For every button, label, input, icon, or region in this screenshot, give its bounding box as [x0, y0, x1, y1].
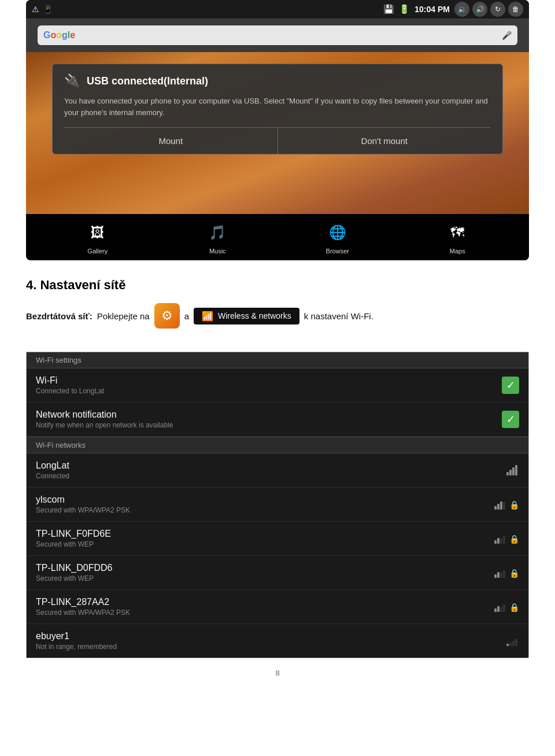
volume-icon[interactable]: 🔊 — [472, 2, 487, 17]
longlat-name: LongLat — [36, 460, 506, 471]
svg-rect-14 — [500, 573, 502, 578]
music-label: Music — [209, 248, 226, 255]
svg-rect-12 — [494, 574, 497, 578]
svg-rect-5 — [497, 504, 500, 510]
ebuyer1-sub: Not in range, remembered — [36, 643, 506, 651]
svg-rect-8 — [494, 540, 497, 544]
phone-screenshot: ⚠ 📱 💾 🔋 10:04 PM 🔉 🔊 ↻ 🗑 Google 🎤 — [26, 0, 529, 260]
longlat-sub: Connected — [36, 472, 506, 480]
svg-rect-6 — [500, 501, 502, 510]
svg-rect-17 — [497, 606, 500, 612]
svg-rect-19 — [503, 604, 505, 612]
usb-dialog-title: USB connected(Internal) — [87, 75, 208, 87]
instruction-line: Bezdrtátová síť: Poklepejte na ⚙ a 📶 Wir… — [26, 303, 529, 329]
tplink3-signal: 🔒 — [494, 602, 519, 612]
tplink2-text: TP-LINK_D0FDD6 Secured with WEP — [36, 563, 494, 582]
storage-icon: 💾 — [383, 4, 394, 14]
network-tplink1[interactable]: TP-LINK_F0FD6E Secured with WEP 🔒 — [27, 522, 528, 556]
usb-dialog-body: You have connected your phone to your co… — [64, 95, 491, 118]
tplink3-text: TP-LINK_287AA2 Secured with WPA/WPA2 PSK — [36, 597, 494, 617]
svg-rect-4 — [494, 506, 497, 510]
content-section: 4. Nastavení sítě Bezdrtátová síť: Pokle… — [0, 260, 555, 352]
tplink3-lock-icon: 🔒 — [509, 603, 519, 612]
longlat-text: LongLat Connected — [36, 460, 506, 480]
instruction-label: Bezdrtátová síť: — [26, 311, 92, 321]
usb-icon: 🔌 — [64, 73, 80, 88]
ylscom-signal: 🔒 — [494, 499, 519, 510]
dock-music[interactable]: 🎵 Music — [205, 220, 230, 255]
google-logo: Google — [43, 30, 75, 40]
tplink1-sub: Secured with WEP — [36, 540, 494, 548]
network-notification-icon: ✓ — [502, 411, 519, 428]
longlat-signal — [506, 465, 519, 475]
tplink1-text: TP-LINK_F0FD6E Secured with WEP — [36, 529, 494, 548]
network-notification-row[interactable]: Network notification Notify me when an o… — [27, 403, 528, 437]
status-time: 10:04 PM — [415, 5, 450, 14]
svg-rect-23 — [515, 639, 517, 646]
tplink3-sub: Secured with WPA/WPA2 PSK — [36, 609, 494, 617]
svg-rect-22 — [512, 641, 515, 646]
svg-rect-2 — [512, 467, 515, 475]
tplink1-name: TP-LINK_F0FD6E — [36, 529, 494, 539]
wifi-toggle-row[interactable]: Wi-Fi Connected to LongLat ✓ — [27, 368, 528, 403]
network-ebuyer1[interactable]: ebuyer1 Not in range, remembered — [27, 624, 528, 658]
wifi-checkbox[interactable]: ✓ — [502, 377, 519, 394]
svg-rect-10 — [500, 539, 502, 544]
gallery-icon: 🖼 — [85, 220, 110, 245]
svg-rect-1 — [509, 470, 512, 475]
dont-mount-button[interactable]: Don't mount — [278, 128, 491, 154]
network-notification-checkbox[interactable]: ✓ — [502, 411, 519, 428]
wifi-row-text: Wi-Fi Connected to LongLat — [36, 375, 502, 395]
tplink2-name: TP-LINK_D0FDD6 — [36, 563, 494, 573]
status-right: 💾 🔋 10:04 PM 🔉 🔊 ↻ 🗑 — [383, 2, 523, 17]
svg-rect-7 — [503, 502, 505, 510]
usb-dialog-buttons: Mount Don't mount — [64, 127, 491, 154]
ebuyer1-text: ebuyer1 Not in range, remembered — [36, 631, 506, 651]
wifi-panel-header: Wi-Fi settings — [27, 352, 528, 368]
wireless-label: Wireless & networks — [218, 311, 291, 320]
svg-rect-18 — [500, 607, 502, 612]
search-mic-icon[interactable]: 🎤 — [502, 31, 512, 40]
network-ylscom[interactable]: ylscom Secured with WPA/WPA2 PSK 🔒 — [27, 488, 528, 522]
status-left-icons: ⚠ 📱 — [32, 5, 53, 14]
section-heading: 4. Nastavení sítě — [26, 278, 529, 293]
search-bar[interactable]: Google 🎤 — [38, 25, 517, 45]
network-longlat[interactable]: LongLat Connected — [27, 453, 528, 488]
svg-rect-16 — [494, 609, 497, 612]
network-notification-title: Network notification — [36, 410, 502, 420]
tplink2-lock-icon: 🔒 — [509, 569, 519, 578]
phone-icon: 📱 — [43, 5, 53, 14]
ebuyer1-name: ebuyer1 — [36, 631, 506, 641]
wallpaper-area: 🔌 USB connected(Internal) You have conne… — [26, 52, 529, 214]
refresh-icon[interactable]: ↻ — [490, 2, 505, 17]
dock-maps[interactable]: 🗺 Maps — [445, 220, 470, 255]
ylscom-text: ylscom Secured with WPA/WPA2 PSK — [36, 495, 494, 514]
tplink3-name: TP-LINK_287AA2 — [36, 597, 494, 607]
instruction-text2: a — [184, 311, 189, 321]
maps-icon: 🗺 — [445, 220, 470, 245]
instruction-text1: Poklepejte na — [97, 311, 150, 321]
network-tplink2[interactable]: TP-LINK_D0FDD6 Secured with WEP 🔒 — [27, 556, 528, 590]
instruction-text3: k nastavení Wi-Fi. — [304, 311, 373, 321]
network-tplink3[interactable]: TP-LINK_287AA2 Secured with WPA/WPA2 PSK… — [27, 590, 528, 624]
tplink2-signal: 🔒 — [494, 567, 519, 578]
tplink1-lock-icon: 🔒 — [509, 534, 519, 544]
warning-icon: ⚠ — [32, 5, 39, 14]
music-icon[interactable]: 🔉 — [454, 2, 469, 17]
ylscom-name: ylscom — [36, 495, 494, 505]
mount-button[interactable]: Mount — [64, 128, 278, 154]
status-action-icons: 🔉 🔊 ↻ 🗑 — [454, 2, 523, 17]
svg-rect-13 — [497, 572, 500, 578]
browser-label: Browser — [326, 248, 349, 255]
trash-icon[interactable]: 🗑 — [508, 2, 523, 17]
dock-gallery[interactable]: 🖼 Gallery — [85, 220, 110, 255]
wifi-settings-panel: Wi-Fi settings Wi-Fi Connected to LongLa… — [26, 352, 529, 658]
svg-rect-21 — [509, 643, 512, 646]
dock-browser[interactable]: 🌐 Browser — [325, 220, 350, 255]
ebuyer1-signal — [506, 636, 519, 646]
wireless-badge: 📶 Wireless & networks — [194, 308, 299, 324]
settings-badge-icon: ⚙ — [154, 303, 180, 329]
tplink2-sub: Secured with WEP — [36, 574, 494, 582]
gallery-label: Gallery — [87, 248, 108, 255]
page-number: 8 — [0, 658, 555, 683]
